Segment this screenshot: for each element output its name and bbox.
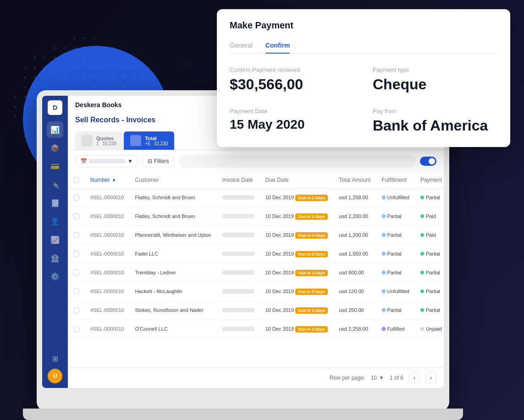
sidebar-icon-reports[interactable]: 🧾: [47, 195, 63, 211]
avatar[interactable]: U: [48, 369, 62, 383]
date-filter-dropdown[interactable]: 📅 ▼: [75, 155, 138, 167]
cell-amount: usd 2,258.00: [333, 320, 376, 338]
row-checkbox[interactable]: [73, 270, 79, 276]
confirm-payment-value: $30,566,00: [230, 76, 354, 93]
laptop-base: [23, 409, 463, 420]
due-badge: Due In 3 Days: [295, 289, 328, 295]
table-row: #SEL-0000010Stokes, Runolfsson and Nader…: [68, 301, 444, 320]
tab-card-total-label: Total +5 10,230: [145, 136, 168, 146]
modal-header: Make Payment General Confirm: [217, 9, 510, 54]
col-total-amount: Total Amount: [333, 172, 376, 188]
payment-status-icon: [420, 233, 424, 237]
fulfillment-icon: [381, 213, 386, 218]
rows-per-page-select[interactable]: 10 ▼: [371, 375, 384, 381]
cell-number: #SEL-0000010: [85, 282, 129, 301]
row-checkbox[interactable]: [73, 195, 79, 201]
fulfillment-icon: [381, 289, 386, 294]
rows-per-page-label: Row per page:: [330, 375, 365, 381]
col-payment: Payment: [415, 172, 444, 188]
cell-due-date: 10 Dec 2019 Due In 3 Days: [260, 301, 333, 320]
sidebar-icon-billing[interactable]: 💳: [47, 158, 63, 175]
payment-status-icon: [420, 289, 424, 293]
due-badge: Due In 3 Days: [295, 270, 328, 276]
sidebar-icon-settings[interactable]: ⚙️: [47, 268, 63, 284]
col-customer: Customer: [129, 172, 216, 188]
sidebar-icon-bank[interactable]: 🏦: [47, 250, 63, 266]
chevron-down-icon: ▼: [127, 158, 133, 164]
toggle-knob: [429, 158, 435, 164]
cell-customer: Flatley, Schmidt and Bruen: [129, 188, 216, 207]
next-page-button[interactable]: ›: [425, 372, 436, 383]
cell-customer: Pfannerstill, Wintheiser and Upton: [129, 226, 216, 245]
row-checkbox[interactable]: [73, 251, 79, 257]
pay-from-value: Bank of America: [373, 117, 497, 134]
sidebar-icon-analytics[interactable]: 📈: [47, 231, 63, 248]
cell-fulfillment: Partial: [376, 207, 415, 226]
fulfillment-icon: [381, 251, 386, 256]
header-checkbox[interactable]: [73, 177, 79, 183]
payment-date-value: 15 May 2020: [230, 117, 354, 132]
cell-number: #SEL-0000010: [85, 320, 129, 338]
search-bar[interactable]: [179, 155, 415, 168]
col-due-date: Due Date: [260, 172, 333, 188]
cell-customer: Flatley, Schmidt and Bruen: [129, 207, 216, 226]
payment-status-icon: [420, 214, 424, 218]
payment-date-label: Payment Date: [230, 108, 354, 115]
sidebar-icon-inventory[interactable]: 📦: [47, 140, 63, 156]
modal-tab-confirm[interactable]: Confirm: [265, 38, 290, 54]
tab-card-quotes-label: Quotes 1 10,230: [96, 136, 116, 146]
modal-field-amount: Confirm Payment recieved $30,566,00: [230, 66, 354, 93]
cell-fulfillment: Partial: [376, 263, 415, 282]
invoice-table: Number ▼ Customer Invoice Date Due Date …: [68, 172, 444, 338]
row-checkbox[interactable]: [73, 289, 79, 295]
cell-invoice-date: [217, 188, 260, 207]
sidebar-icon-dashboard[interactable]: 📊: [47, 121, 63, 138]
cell-number: #SEL-0000010: [85, 188, 129, 207]
cell-invoice-date: [217, 282, 260, 301]
sidebar-icon-sign[interactable]: ✒️: [47, 176, 63, 193]
tab-card-total[interactable]: Total +5 10,230: [124, 131, 174, 150]
cell-amount: usd 120.00: [333, 282, 376, 301]
table-row: #SEL-0000010Flatley, Schmidt and Bruen10…: [68, 188, 444, 207]
sidebar-icon-grid[interactable]: ⊞: [47, 350, 63, 367]
payment-status-icon: [420, 271, 424, 274]
modal-tab-general[interactable]: General: [230, 38, 253, 54]
sort-icon[interactable]: ▼: [112, 178, 116, 183]
tab-card-quotes[interactable]: Quotes 1 10,230: [75, 131, 123, 150]
cell-due-date: 10 Dec 2019 Due In 3 Days: [260, 245, 333, 263]
toggle-switch[interactable]: [420, 157, 436, 166]
cell-fulfillment: Partial: [376, 301, 415, 320]
cell-amount: usd 600.00: [333, 263, 376, 282]
table-row: #SEL-0000010O'Connell LLC10 Dec 2019 Due…: [68, 320, 444, 338]
payment-status-icon: [420, 252, 424, 256]
col-invoice-date: Invoice Date: [217, 172, 260, 188]
filters-button[interactable]: ⊟ Filters: [143, 155, 174, 167]
row-checkbox[interactable]: [73, 213, 79, 219]
cell-payment: Partial: [415, 282, 444, 301]
cell-number: #SEL-0000010: [85, 263, 129, 282]
payment-type-value: Cheque: [373, 76, 497, 93]
app-title: Deskera Books: [75, 101, 121, 109]
modal-field-payment-date: Payment Date 15 May 2020: [230, 108, 354, 134]
pagination-row: Row per page: 10 ▼ 1 of 6 ‹ ›: [68, 367, 444, 388]
modal-field-pay-from: Pay from Bank of America: [373, 108, 497, 134]
row-checkbox[interactable]: [73, 326, 79, 332]
cell-payment: Paid: [415, 226, 444, 245]
cell-customer: Hackett - McLaughlin: [129, 282, 216, 301]
confirm-payment-label: Confirm Payment recieved: [230, 66, 354, 73]
cell-fulfillment: Partial: [376, 245, 415, 263]
cell-customer: Fadel LLC: [129, 245, 216, 263]
payment-type-label: Payment type: [373, 66, 497, 73]
cell-invoice-date: [217, 263, 260, 282]
fulfillment-icon: [381, 307, 386, 312]
sidebar-icon-users[interactable]: 👤: [47, 213, 63, 229]
cell-fulfillment: Partial: [376, 226, 415, 245]
due-badge: Due In 3 Days: [295, 251, 328, 257]
app-logo: D: [48, 100, 62, 115]
cell-invoice-date: [217, 301, 260, 320]
cell-due-date: 10 Dec 2019 Due In 3 Days: [260, 188, 333, 207]
row-checkbox[interactable]: [73, 232, 79, 238]
prev-page-button[interactable]: ‹: [409, 372, 420, 383]
row-checkbox[interactable]: [73, 307, 79, 313]
filters-row: 📅 ▼ ⊟ Filters: [68, 150, 444, 172]
